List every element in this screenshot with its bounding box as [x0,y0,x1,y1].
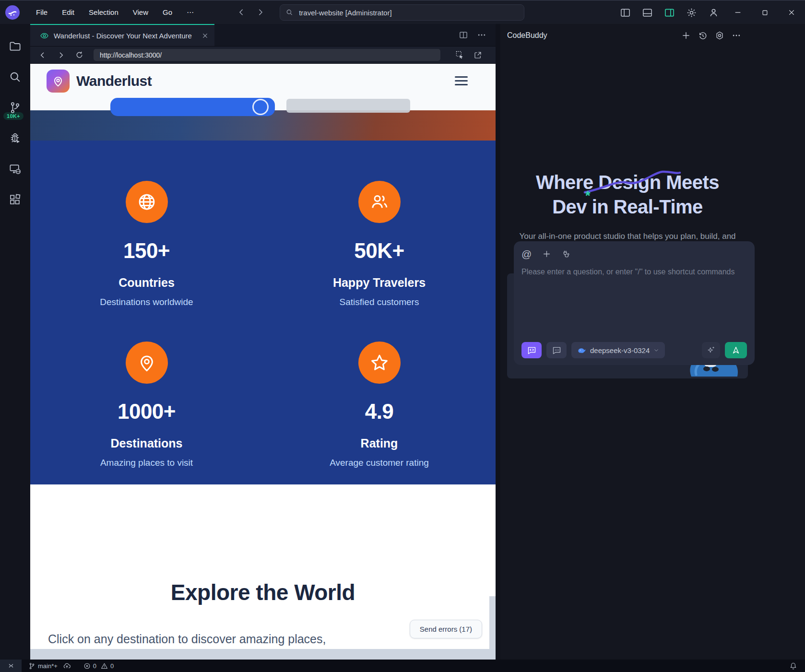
assistant-heading: Where Design Meets Dev* in Real-Time [507,170,748,219]
notifications-button[interactable] [789,662,797,670]
enhance-prompt-button[interactable] [702,342,720,358]
history-nav [237,8,264,16]
status-bar: main*+ 0 0 [0,660,805,672]
chat-input-placeholder[interactable]: Please enter a question, or enter "/" to… [521,268,747,276]
problems-status[interactable]: 0 0 [83,662,114,670]
menu-go[interactable]: Go [156,5,178,20]
site-header: Wanderlust [30,64,496,98]
stat-destinations: 1000+ Destinations Amazing places to vis… [30,342,263,485]
tab-wanderlust-preview[interactable]: Wanderlust - Discover Your Next Adventur… [30,24,214,46]
browser-toolbar [30,47,496,64]
browser-back-button[interactable] [35,48,50,62]
menu-view[interactable]: View [127,5,154,20]
chat-history-button[interactable] [696,29,709,42]
stat-label: Happy Travelers [333,277,426,289]
stat-value: 1000+ [118,401,176,422]
remote-indicator-button[interactable] [0,660,22,672]
sidebar-item-explorer[interactable] [0,31,30,61]
menu-more[interactable]: ⋯ [180,5,200,20]
stat-description: Satisfied customers [340,297,419,307]
nav-forward-button[interactable] [256,8,264,16]
assistant-settings-button[interactable] [713,29,726,42]
sidebar-item-remote-explorer[interactable] [0,153,30,184]
stat-label: Countries [118,277,175,289]
model-selector[interactable]: deepseek-v3-0324 [571,342,665,358]
window-minimize-button[interactable] [724,0,751,24]
chat-input-actions: deepseek-v3-0324 [521,342,747,358]
agent-mode-button[interactable] [521,342,542,358]
hamburger-menu-button[interactable] [455,76,468,85]
history-clock-icon [698,31,708,40]
close-icon [788,9,795,16]
vertical-scrollbar[interactable] [489,596,496,649]
menu-selection[interactable]: Selection [83,5,125,20]
browser-forward-button[interactable] [53,48,69,62]
menu-edit[interactable]: Edit [56,5,81,20]
site-logo[interactable] [47,70,70,93]
search-icon [286,9,293,16]
source-control-badge: 10K+ [3,112,24,120]
panel-more-button[interactable] [730,29,743,42]
hero-section [30,98,496,141]
stat-label: Destinations [110,437,182,449]
chat-input-card[interactable]: @ Please enter a question, or enter "/" … [514,241,755,365]
git-branch-status[interactable]: main*+ [28,662,71,670]
workspace-search-input[interactable] [298,8,518,17]
nav-back-button[interactable] [237,8,246,16]
stat-label: Rating [361,437,398,449]
settings-button[interactable] [680,0,702,24]
chat-input-toolbar: @ [521,249,747,259]
send-button[interactable] [725,342,747,358]
address-bar[interactable] [94,49,440,61]
remote-monitor-icon [9,163,22,176]
tab-close-button[interactable] [201,32,209,39]
window-maximize-button[interactable] [751,0,778,24]
editor-more-actions-button[interactable] [474,28,489,42]
tab-strip-actions [456,24,496,46]
stat-value: 150+ [123,240,170,261]
account-button[interactable] [702,0,724,24]
debug-bug-icon [9,132,22,145]
inspect-element-button[interactable] [452,48,467,62]
chat-mode-button[interactable] [546,342,567,358]
mention-at-icon[interactable]: @ [521,249,532,259]
sidebar-item-debug[interactable] [0,123,30,153]
stat-value: 4.9 [365,401,394,422]
url-input[interactable] [99,51,435,59]
plug-icon [562,249,571,259]
send-plane-icon [731,345,741,355]
command-search-box[interactable] [280,4,524,21]
mcp-plug-button[interactable] [562,249,571,259]
star-icon [358,342,401,384]
deepseek-whale-icon [577,346,586,355]
editor-area: Wanderlust - Discover Your Next Adventur… [30,24,496,660]
stat-description: Average customer rating [330,458,429,467]
horizontal-scrollbar[interactable] [30,649,496,660]
new-chat-button[interactable] [679,29,692,42]
remote-brackets-icon [7,662,15,670]
layout-bottom-icon [642,7,653,18]
code-chat-icon [527,345,537,355]
sidebar-item-extensions[interactable] [0,184,30,215]
codebuddy-panel: CodeBuddy [500,24,805,660]
toggle-left-sidebar-button[interactable] [614,0,636,24]
hero-search-button[interactable] [110,98,275,116]
send-errors-button[interactable]: Send errors (17) [410,620,482,638]
plus-icon [681,31,691,40]
sidebar-item-source-control[interactable]: 10K+ [0,92,30,123]
split-editor-button[interactable] [456,28,471,42]
toggle-right-sidebar-button[interactable] [658,0,680,24]
tab-strip: Wanderlust - Discover Your Next Adventur… [30,24,496,47]
warning-icon [101,662,108,670]
external-link-icon [474,51,482,59]
browser-reload-button[interactable] [71,48,87,62]
open-external-button[interactable] [470,48,485,62]
menu-file[interactable]: File [30,5,54,20]
toggle-bottom-panel-button[interactable] [636,0,658,24]
window-close-button[interactable] [778,0,805,24]
hero-secondary-button[interactable] [286,99,410,113]
attach-plus-button[interactable] [542,249,551,259]
explore-paragraph: Click on any destination to discover ama… [48,632,326,646]
sidebar-item-search[interactable] [0,61,30,92]
titlebar-actions [614,0,805,24]
